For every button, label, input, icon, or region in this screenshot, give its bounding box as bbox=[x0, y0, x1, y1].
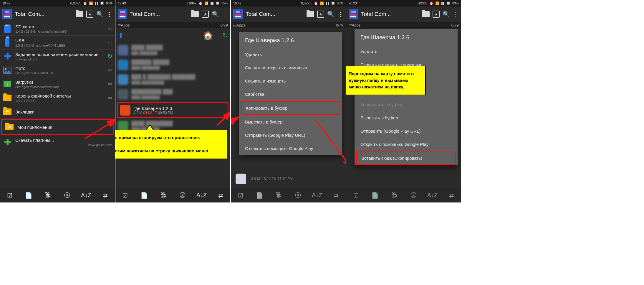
home-icon[interactable]: 🏠 bbox=[203, 31, 213, 40]
search-icon[interactable]: 🔍 bbox=[443, 11, 450, 18]
app-list: ████ ████████ ████████ ██████ █████████ … bbox=[115, 43, 230, 134]
archive-icon[interactable]: 🗜 bbox=[274, 191, 284, 200]
menu-delete[interactable]: Удалить bbox=[355, 45, 458, 58]
overflow-icon[interactable]: ⋮ bbox=[453, 11, 459, 18]
archive-icon[interactable]: 🗜 bbox=[43, 191, 53, 200]
row-downloads[interactable]: Загрузки /storage/emulated/0/download ⇨ bbox=[0, 77, 115, 91]
svg-line-1 bbox=[85, 119, 115, 139]
bookmark-icon[interactable]: ★ bbox=[86, 11, 93, 18]
bookmark-icon[interactable]: ★ bbox=[433, 11, 440, 18]
app-logo-icon[interactable] bbox=[118, 9, 127, 19]
bg-row: 13.9 M 18.12.16 11:19 PM bbox=[233, 172, 343, 186]
signal-icon: ▮▮ bbox=[441, 1, 445, 5]
overflow-icon[interactable]: ⋮ bbox=[107, 11, 112, 18]
newfile-icon[interactable]: 📄 bbox=[24, 191, 34, 200]
svg-line-7 bbox=[316, 121, 346, 168]
app-bar: Total Com... ★ 🔍 ⋮ bbox=[231, 6, 346, 22]
swap-icon[interactable]: ⇄ bbox=[332, 191, 341, 200]
refresh-icon[interactable]: ↻ bbox=[107, 52, 112, 60]
select-icon[interactable]: ☑ bbox=[351, 191, 361, 200]
status-bar: 19:42 0,07K/c ⏰ 📶 ▮▮ 🔲 86% bbox=[231, 0, 346, 6]
menu-copy-hidden[interactable]: Копировать в буфер bbox=[355, 98, 458, 111]
status-bar: 19:42 0,03K/c ⏰ 📶 ▮▮ 🔲 86% bbox=[0, 0, 115, 6]
bookmark-icon[interactable]: ★ bbox=[317, 11, 324, 18]
menu-paste[interactable]: Вставить сюда (Скопировать) bbox=[356, 151, 456, 165]
app-row-target[interactable]: Где Шаверма 1.2.6 4.2 M 04.02.17 09:50 P… bbox=[117, 102, 229, 118]
photo-icon bbox=[3, 67, 11, 74]
archive-icon[interactable]: 🗜 bbox=[159, 191, 168, 200]
screen-2: 19:43 0,10K/c ⏰ 📶 ▮▮ 🔲 85% Total Com... … bbox=[115, 0, 231, 202]
row-usb[interactable]: USB 2.0 G / 3.6 G/storage/7074-1EEE ⇨ bbox=[0, 36, 115, 50]
menu-download-edit[interactable]: Скачать и изменить bbox=[239, 74, 342, 88]
sort-icon[interactable]: A↓Z bbox=[428, 191, 437, 200]
screen-1: 19:42 0,03K/c ⏰ 📶 ▮▮ 🔲 86% Total Com... … bbox=[0, 0, 115, 202]
menu-delete[interactable]: Удалить bbox=[239, 48, 342, 61]
signal-icon: ▮▮ bbox=[210, 1, 214, 5]
path-bar: ///Apps 0/79 bbox=[346, 22, 461, 28]
delete-icon[interactable]: ⓧ bbox=[62, 191, 72, 200]
bottom-toolbar: ☑ 📄 🗜 ⓧ A↓Z ⇄ bbox=[0, 188, 115, 202]
path-count: 0/79 bbox=[336, 23, 343, 27]
swap-icon[interactable]: ⇄ bbox=[101, 191, 110, 200]
folder-icon[interactable] bbox=[422, 11, 430, 17]
select-icon[interactable]: ☑ bbox=[5, 191, 14, 200]
battery-icon: 🔲 bbox=[331, 1, 335, 5]
folder-icon[interactable] bbox=[307, 11, 314, 17]
arrow-icon: ⇨ bbox=[108, 67, 112, 73]
newfile-icon[interactable]: 📄 bbox=[255, 191, 264, 200]
app-name: Где Шаверма 1.2.6 bbox=[133, 106, 173, 111]
status-bar: 19:43 0,10K/c ⏰ 📶 ▮▮ 🔲 85% bbox=[115, 0, 230, 6]
delete-icon[interactable]: ⓧ bbox=[178, 191, 187, 200]
app-title: Total Com... bbox=[246, 11, 304, 17]
menu-cut[interactable]: Вырезать в буфер bbox=[355, 111, 458, 124]
delete-icon[interactable]: ⓧ bbox=[409, 191, 418, 200]
status-speed: 0,07K/c bbox=[301, 1, 312, 5]
status-time: 20:23 bbox=[349, 1, 357, 5]
sort-icon[interactable]: A↓Z bbox=[82, 191, 91, 200]
folder-icon[interactable] bbox=[191, 11, 199, 17]
screen-3: 19:42 0,07K/c ⏰ 📶 ▮▮ 🔲 86% Total Com... … bbox=[231, 0, 346, 202]
overflow-icon[interactable]: ⋮ bbox=[337, 11, 343, 18]
battery-pct: 85% bbox=[221, 1, 228, 5]
select-icon[interactable]: ☑ bbox=[236, 191, 245, 200]
sort-icon[interactable]: A↓Z bbox=[197, 191, 206, 200]
row-photo[interactable]: Фото /storage/emulated/0/DCIM ⇨ bbox=[0, 63, 115, 77]
bookmark-icon[interactable]: ★ bbox=[202, 11, 209, 18]
up-icon[interactable]: ⬆ bbox=[118, 32, 124, 40]
battery-pct: 83% bbox=[452, 1, 459, 5]
wifi-icon: 📶 bbox=[89, 1, 93, 5]
app-logo-icon[interactable] bbox=[349, 9, 358, 19]
menu-open-with[interactable]: Открыть с помощью: Google Play bbox=[355, 138, 458, 151]
select-icon[interactable]: ☑ bbox=[120, 191, 130, 200]
folder-icon[interactable] bbox=[76, 11, 83, 17]
newfile-icon[interactable]: 📄 bbox=[370, 191, 380, 200]
search-icon[interactable]: 🔍 bbox=[212, 11, 219, 18]
download-icon bbox=[4, 81, 11, 87]
row-bookmarks[interactable]: Закладки bbox=[0, 105, 115, 119]
overflow-icon[interactable]: ⋮ bbox=[222, 11, 228, 18]
delete-icon[interactable]: ⓧ bbox=[293, 191, 303, 200]
status-time: 19:43 bbox=[118, 1, 126, 5]
alarm-icon: ⏰ bbox=[198, 1, 203, 5]
sort-icon[interactable]: A↓Z bbox=[312, 191, 322, 200]
search-icon[interactable]: 🔍 bbox=[96, 11, 104, 18]
refresh-icon[interactable]: ↻ bbox=[223, 32, 228, 39]
row-sdcard[interactable]: SD-карта 1.4 G / 23.9 G/storage/emulated… bbox=[0, 22, 115, 36]
app-logo-icon[interactable] bbox=[233, 9, 243, 19]
app-icon bbox=[120, 105, 130, 116]
app-title: Total Com... bbox=[15, 11, 73, 17]
menu-copy[interactable]: Копировать в буфер bbox=[241, 101, 340, 115]
swap-icon[interactable]: ⇄ bbox=[447, 191, 456, 200]
menu-send[interactable]: Отправить (Google Play URL) bbox=[355, 124, 458, 138]
swap-icon[interactable]: ⇄ bbox=[216, 191, 226, 200]
folder-icon bbox=[3, 95, 11, 101]
row-custom[interactable]: ✚ Заданное пользователем расположение SD… bbox=[0, 50, 115, 63]
search-icon[interactable]: 🔍 bbox=[327, 11, 335, 18]
row-root[interactable]: Корень файловой системы 1.4 G / 23.9 G ⇨ bbox=[0, 91, 115, 105]
menu-properties[interactable]: Свойства bbox=[239, 88, 342, 101]
menu-download-open[interactable]: Скачать и открыть с помощью bbox=[239, 61, 342, 74]
newfile-icon[interactable]: 📄 bbox=[140, 191, 149, 200]
signal-icon: ▮▮ bbox=[326, 1, 329, 5]
app-logo-icon[interactable] bbox=[2, 9, 12, 19]
archive-icon[interactable]: 🗜 bbox=[390, 191, 399, 200]
